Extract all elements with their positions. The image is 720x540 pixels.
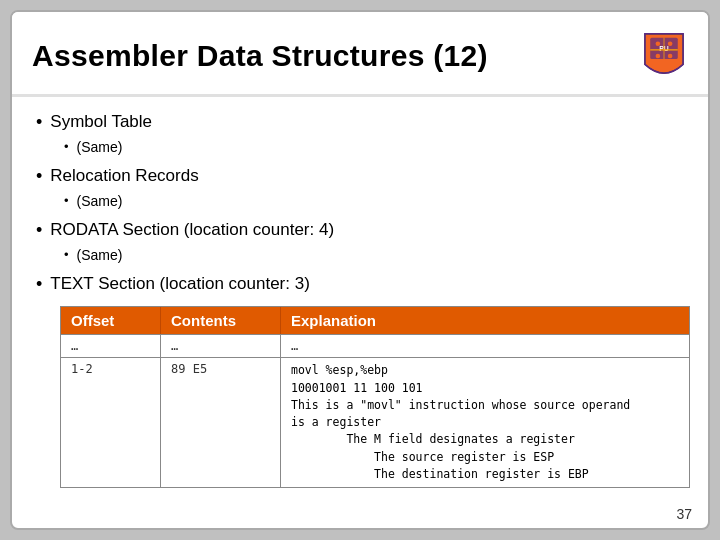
table-header-offset: Offset xyxy=(61,307,161,334)
slide-footer: 37 xyxy=(12,502,708,528)
bullet-sub-2-0: • (Same) xyxy=(64,192,684,212)
data-table: Offset Contents Explanation … … … 1-2 89… xyxy=(60,306,690,488)
bullet-dot-2: • xyxy=(36,165,42,188)
svg-point-5 xyxy=(668,54,673,59)
bullet-sub-dot-3-0: • xyxy=(64,246,69,264)
table-cell-contents-2: 89 E5 xyxy=(161,358,281,487)
slide-title: Assembler Data Structures (12) xyxy=(32,39,488,73)
bullet-label-3: RODATA Section (location counter: 4) xyxy=(50,219,334,241)
table-cell-offset-1: … xyxy=(61,335,161,357)
svg-point-3 xyxy=(668,41,673,46)
bullet-sub-dot-2-0: • xyxy=(64,192,69,210)
bullet-relocation-records: • Relocation Records xyxy=(36,165,684,188)
bullet-label-1: Symbol Table xyxy=(50,111,152,133)
table-cell-contents-1: … xyxy=(161,335,281,357)
svg-point-2 xyxy=(656,41,661,46)
slide: Assembler Data Structures (12) PU • Symb… xyxy=(10,10,710,530)
table-header-contents: Contents xyxy=(161,307,281,334)
slide-header: Assembler Data Structures (12) PU xyxy=(12,12,708,97)
bullet-sub-1-0: • (Same) xyxy=(64,138,684,158)
bullet-dot-4: • xyxy=(36,273,42,296)
svg-point-4 xyxy=(656,54,661,59)
bullet-dot-3: • xyxy=(36,219,42,242)
table-row: 1-2 89 E5 movl %esp,%ebp 10001001 11 100… xyxy=(61,357,689,487)
table-header-explanation: Explanation xyxy=(281,307,689,334)
table-cell-offset-2: 1-2 xyxy=(61,358,161,487)
table-header-row: Offset Contents Explanation xyxy=(61,307,689,334)
bullet-label-2: Relocation Records xyxy=(50,165,198,187)
bullet-symbol-table: • Symbol Table xyxy=(36,111,684,134)
princeton-logo: PU xyxy=(640,30,688,82)
bullet-sub-dot-1-0: • xyxy=(64,138,69,156)
bullet-sub-text-1-0: (Same) xyxy=(77,138,123,158)
bullet-label-4: TEXT Section (location counter: 3) xyxy=(50,273,310,295)
bullet-sub-text-2-0: (Same) xyxy=(77,192,123,212)
slide-body: • Symbol Table • (Same) • Relocation Rec… xyxy=(12,97,708,502)
table-row: … … … xyxy=(61,334,689,357)
bullet-dot-1: • xyxy=(36,111,42,134)
table-cell-explanation-1: … xyxy=(281,335,689,357)
bullet-sub-3-0: • (Same) xyxy=(64,246,684,266)
bullet-text-section: • TEXT Section (location counter: 3) xyxy=(36,273,684,296)
bullet-rodata: • RODATA Section (location counter: 4) xyxy=(36,219,684,242)
table-cell-explanation-2: movl %esp,%ebp 10001001 11 100 101 This … xyxy=(281,358,689,487)
bullet-sub-text-3-0: (Same) xyxy=(77,246,123,266)
page-number: 37 xyxy=(676,506,692,522)
